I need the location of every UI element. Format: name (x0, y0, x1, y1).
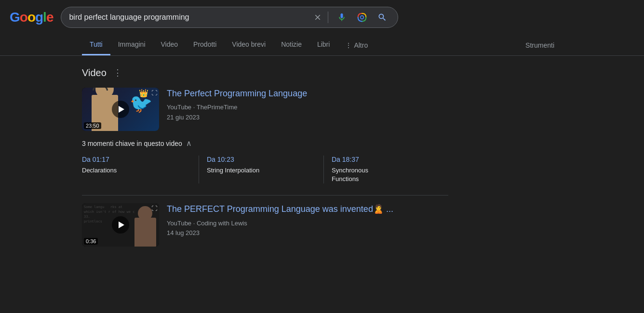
tab-video-brevi[interactable]: Video brevi (224, 35, 273, 55)
video-source-2: YouTube (167, 220, 191, 227)
key-moments-label: 3 momenti chiave in questo video (82, 140, 182, 147)
header: Google (0, 0, 644, 35)
tab-notizie[interactable]: Notizie (273, 35, 309, 55)
nav-bar: Tutti Immagini Video Prodotti Video brev… (0, 35, 644, 56)
nav-tabs: Tutti Immagini Video Prodotti Video brev… (82, 35, 518, 55)
video-channel-2: Coding with Lewis (197, 220, 247, 227)
moment-2[interactable]: Da 10:23 String Interpolation (199, 156, 324, 183)
search-icons (334, 10, 390, 25)
duration-badge-1: 23:50 (84, 122, 101, 129)
video-date-1: 21 giu 2023 (167, 114, 200, 121)
clear-button[interactable] (313, 13, 322, 22)
moment-label-3: SynchronousFunctions (332, 166, 441, 183)
video-date-2: 14 lug 2023 (167, 229, 200, 236)
moment-time-3: Da 18:37 (332, 156, 441, 163)
video-source-1: YouTube (167, 104, 191, 111)
divider (328, 12, 328, 23)
key-moments-grid: Da 01:17 Declarations Da 10:23 String In… (82, 156, 448, 183)
duration-badge-2: 0:36 (84, 238, 98, 245)
tab-video[interactable]: Video (153, 35, 186, 55)
mic-button[interactable] (334, 10, 349, 25)
expand-icon-1: ⛶ (151, 90, 157, 96)
tab-libri[interactable]: Libri (309, 35, 337, 55)
section-title: Video (82, 67, 107, 78)
svg-point-0 (361, 16, 364, 19)
tools-button[interactable]: Strumenti (518, 36, 562, 55)
video-card-2: Some langu rks atwhich isn't r of how we… (82, 203, 448, 247)
lens-button[interactable] (354, 10, 370, 25)
tab-tutti[interactable]: Tutti (82, 35, 110, 55)
moment-1[interactable]: Da 01:17 Declarations (82, 156, 199, 183)
moment-label-1: Declarations (82, 166, 191, 175)
video-title-2[interactable]: The PERFECT Programming Language was inv… (167, 203, 448, 215)
video-title-1[interactable]: The Perfect Programming Language (167, 88, 448, 100)
video-card-1: 🐦 👑 23:50 ⛶ The Perfect Programming Lang… (82, 88, 448, 131)
video-thumbnail-2[interactable]: Some langu rks atwhich isn't r of how we… (82, 203, 159, 247)
video-meta-2: YouTube · Coding with Lewis 14 lug 2023 (167, 219, 448, 239)
tab-more[interactable]: ⋮ Altro (337, 36, 376, 55)
video-meta-1: YouTube · ThePrimeTime 21 giu 2023 (167, 103, 448, 123)
play-button-2[interactable] (112, 216, 129, 234)
moment-time-1: Da 01:17 (82, 156, 191, 163)
moment-3[interactable]: Da 18:37 SynchronousFunctions (324, 156, 448, 183)
video-info-2: The PERFECT Programming Language was inv… (167, 203, 448, 247)
google-logo: Google (10, 10, 53, 25)
main-content: Video ⋮ 🐦 👑 23:50 ⛶ The Perfect Pr (0, 56, 530, 264)
video-channel-1: ThePrimeTime (197, 104, 238, 111)
search-input[interactable] (69, 13, 313, 22)
moment-time-2: Da 10:23 (207, 156, 316, 163)
video-info-1: The Perfect Programming Language YouTube… (167, 88, 448, 131)
video-thumbnail-1[interactable]: 🐦 👑 23:50 ⛶ (82, 88, 159, 131)
section-menu-button[interactable]: ⋮ (111, 65, 124, 80)
search-button[interactable] (375, 10, 390, 25)
video-section-header: Video ⋮ (82, 65, 448, 80)
tab-immagini[interactable]: Immagini (110, 35, 153, 55)
search-bar (61, 7, 398, 28)
moment-label-2: String Interpolation (207, 166, 316, 175)
divider-1 (82, 195, 448, 196)
tab-prodotti[interactable]: Prodotti (186, 35, 224, 55)
expand-icon-2: ⛶ (151, 205, 157, 212)
play-button-1[interactable] (112, 101, 129, 118)
chevron-up-icon: ∧ (186, 139, 192, 148)
key-moments-header[interactable]: 3 momenti chiave in questo video ∧ (82, 139, 448, 148)
